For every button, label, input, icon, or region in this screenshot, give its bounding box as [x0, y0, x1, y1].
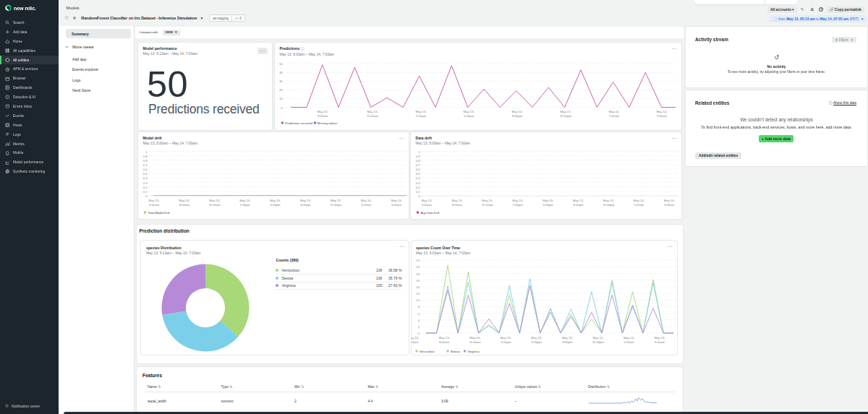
svg-text:0: 0: [417, 332, 420, 335]
svg-text:May 13,: May 13,: [149, 199, 160, 202]
svg-text:2:00pm: 2:00pm: [513, 203, 523, 207]
svg-text:11:00pm: 11:00pm: [603, 203, 614, 207]
svg-text:Predictions received: Predictions received: [285, 121, 312, 125]
svg-text:0.7: 0.7: [416, 163, 420, 167]
svg-text:May 13,: May 13,: [464, 110, 475, 113]
svg-text:May 13,: May 13,: [512, 199, 523, 202]
svg-text:0.7: 0.7: [143, 163, 148, 167]
svg-text:Versicolour: Versicolour: [420, 350, 435, 353]
svg-text:May 13,: May 13,: [438, 336, 449, 340]
svg-text:May 13,: May 13,: [482, 199, 493, 202]
svg-text:0.5: 0.5: [143, 172, 148, 176]
svg-text:Avg Data Drift: Avg Data Drift: [421, 211, 441, 215]
svg-text:May 13,: May 13,: [573, 199, 584, 202]
svg-text:May 13,: May 13,: [300, 199, 311, 202]
svg-text:May 14,: May 14,: [664, 199, 675, 202]
svg-text:10: 10: [279, 97, 283, 100]
svg-text:0.2: 0.2: [143, 186, 148, 189]
svg-text:2:00am: 2:00am: [361, 203, 371, 207]
svg-text:5:00am: 5:00am: [664, 203, 674, 207]
svg-text:Virginica: Virginica: [467, 350, 480, 353]
svg-text:May 13,: May 13,: [469, 336, 480, 340]
svg-text:5:00am: 5:00am: [391, 203, 401, 207]
svg-text:1: 1: [145, 150, 148, 154]
svg-text:2:00am: 2:00am: [634, 203, 644, 207]
svg-text:8:00pm: 8:00pm: [562, 340, 572, 344]
svg-text:5:00am: 5:00am: [422, 203, 432, 207]
svg-text:1: 1: [418, 150, 420, 154]
svg-text:11:00am: 11:00am: [367, 114, 378, 118]
svg-text:May 13,: May 13,: [592, 336, 603, 340]
svg-text:16: 16: [416, 279, 420, 283]
svg-text:May 13,: May 13,: [561, 336, 572, 340]
svg-text:May 14,: May 14,: [657, 110, 668, 113]
svg-text:2:00am: 2:00am: [624, 340, 634, 344]
svg-text:8:00am: 8:00am: [439, 340, 449, 344]
svg-text:20: 20: [416, 266, 420, 269]
svg-text:0: 0: [145, 194, 148, 198]
svg-text:Total Model Drift: Total Model Drift: [148, 211, 171, 215]
svg-text:May 14,: May 14,: [634, 199, 644, 202]
svg-text:8:00pm: 8:00pm: [301, 203, 311, 207]
svg-text:11:00pm: 11:00pm: [330, 203, 341, 207]
svg-text:8:00am: 8:00am: [179, 203, 190, 207]
svg-text:May 14,: May 14,: [624, 336, 634, 340]
svg-text:8:00pm: 8:00pm: [574, 203, 584, 207]
svg-text:0.9: 0.9: [416, 155, 420, 158]
svg-text:0.6: 0.6: [416, 168, 420, 171]
svg-text:5:00am: 5:00am: [657, 114, 667, 118]
svg-text:2:00pm: 2:00pm: [240, 203, 250, 207]
svg-text:6: 6: [417, 312, 420, 316]
svg-text:0.9: 0.9: [143, 155, 148, 158]
svg-text:2: 2: [417, 325, 420, 329]
svg-text:5:00pm: 5:00pm: [271, 203, 281, 207]
svg-text:May 13,: May 13,: [416, 110, 427, 113]
svg-text:May 14,: May 14,: [654, 336, 665, 340]
svg-text:8: 8: [417, 306, 420, 309]
svg-text:2:00pm: 2:00pm: [416, 114, 426, 118]
svg-text:30: 30: [279, 79, 283, 83]
svg-text:May 13,: May 13,: [500, 336, 511, 340]
svg-text:May 13,: May 13,: [367, 110, 378, 113]
svg-text:0.6: 0.6: [143, 168, 148, 171]
svg-text:10: 10: [416, 298, 420, 302]
svg-text:5:00pm: 5:00pm: [543, 203, 553, 207]
svg-text:2:00am: 2:00am: [609, 114, 619, 118]
svg-text:0: 0: [418, 194, 420, 198]
svg-text:11:00pm: 11:00pm: [560, 114, 571, 118]
svg-text:11:00am: 11:00am: [469, 340, 480, 344]
svg-text:22: 22: [416, 259, 420, 262]
svg-text:May 13,: May 13,: [412, 336, 419, 340]
svg-text:0.3: 0.3: [143, 181, 148, 185]
svg-text:8:00pm: 8:00pm: [512, 114, 522, 118]
svg-text:0.1: 0.1: [143, 190, 148, 194]
svg-text:May 13,: May 13,: [422, 199, 433, 202]
svg-text:0: 0: [281, 106, 283, 110]
svg-text:0.2: 0.2: [416, 186, 420, 189]
svg-text:5:00am: 5:00am: [412, 340, 419, 344]
svg-text:11:00am: 11:00am: [209, 203, 221, 207]
svg-text:4: 4: [417, 319, 420, 322]
svg-text:May 13,: May 13,: [270, 199, 281, 202]
svg-text:20: 20: [279, 88, 283, 92]
svg-text:40: 40: [279, 71, 283, 74]
svg-text:12: 12: [416, 292, 420, 296]
svg-text:May 13,: May 13,: [179, 199, 190, 202]
svg-text:Missing values: Missing values: [318, 121, 337, 125]
svg-text:May 13,: May 13,: [512, 110, 523, 113]
svg-text:0.8: 0.8: [143, 159, 148, 163]
svg-text:50: 50: [279, 62, 283, 66]
svg-text:May 13,: May 13,: [531, 336, 542, 340]
svg-text:8:00am: 8:00am: [318, 114, 328, 118]
svg-text:8:00am: 8:00am: [452, 203, 462, 207]
svg-text:0.4: 0.4: [416, 176, 420, 180]
svg-text:5:00pm: 5:00pm: [531, 340, 541, 344]
svg-text:May 13,: May 13,: [331, 199, 341, 202]
svg-text:Setosa: Setosa: [451, 350, 461, 353]
svg-text:2:00pm: 2:00pm: [501, 340, 511, 344]
svg-text:0.4: 0.4: [143, 176, 148, 180]
svg-text:5:00pm: 5:00pm: [464, 114, 474, 118]
svg-text:0.5: 0.5: [416, 172, 420, 176]
svg-text:May 14,: May 14,: [609, 110, 620, 113]
svg-text:May 13,: May 13,: [318, 110, 328, 113]
